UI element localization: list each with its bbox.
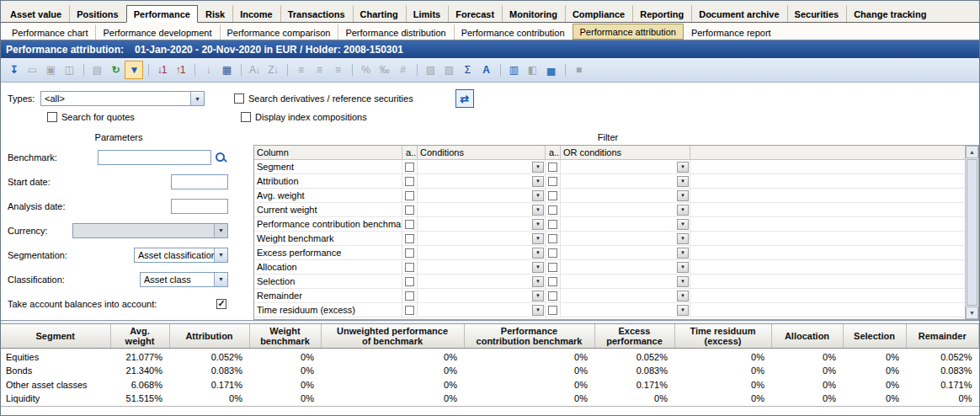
start-date-input[interactable] <box>171 174 228 189</box>
or-conditions-cell[interactable] <box>561 303 690 317</box>
decimal-places-icon[interactable]: # <box>393 61 412 79</box>
display-index-compositions-checkbox[interactable]: Display index compositions <box>241 112 367 122</box>
chevron-down-icon[interactable] <box>677 248 689 259</box>
stop-icon[interactable]: ■ <box>569 61 588 79</box>
checkbox-icon[interactable] <box>241 112 251 122</box>
chevron-down-icon[interactable] <box>532 305 544 316</box>
column-header[interactable]: Excess performance <box>594 324 674 349</box>
subtab-performance-contribution[interactable]: Performance contribution <box>454 24 573 40</box>
conditions-cell[interactable] <box>418 189 546 202</box>
chevron-down-icon[interactable] <box>677 233 689 244</box>
filter-settings-icon[interactable]: ▼ <box>125 61 143 79</box>
zoom-area-icon[interactable]: ▣ <box>41 61 60 79</box>
tab-document-archive[interactable]: Document archive <box>691 5 786 22</box>
tab-forecast[interactable]: Forecast <box>448 5 502 22</box>
tab-change-tracking[interactable]: Change tracking <box>846 5 934 22</box>
export-icon[interactable]: ↧ <box>4 61 23 79</box>
and-checkbox[interactable] <box>548 220 557 229</box>
subtotals-icon[interactable]: ▧ <box>421 61 439 79</box>
permille-icon[interactable]: ‰ <box>375 61 393 79</box>
subtab-performance-report[interactable]: Performance report <box>684 24 779 40</box>
conditions-cell[interactable] <box>418 203 546 216</box>
and-checkbox[interactable] <box>405 220 414 229</box>
scroll-up-icon[interactable] <box>966 146 978 158</box>
and-checkbox[interactable] <box>405 191 414 200</box>
chevron-down-icon[interactable] <box>532 205 544 216</box>
column-header[interactable]: Time residuum (excess) <box>674 324 771 349</box>
checkbox-icon[interactable] <box>47 112 57 122</box>
chevron-down-icon[interactable] <box>214 248 227 262</box>
column-header[interactable]: Unweighted performance of benchmark <box>321 324 464 349</box>
and-checkbox[interactable] <box>548 248 557 258</box>
segmentation-select[interactable]: Asset classification <box>134 248 228 263</box>
and-checkbox[interactable] <box>405 177 414 186</box>
and-checkbox[interactable] <box>405 248 414 258</box>
and-checkbox[interactable] <box>548 234 557 243</box>
or-conditions-cell[interactable] <box>561 203 690 216</box>
conditions-cell[interactable] <box>418 246 546 259</box>
align-right-icon[interactable]: ≡ <box>328 61 347 79</box>
and-checkbox[interactable] <box>405 234 414 243</box>
chevron-down-icon[interactable] <box>532 176 544 187</box>
chevron-down-icon[interactable] <box>532 162 544 173</box>
or-conditions-cell[interactable] <box>561 232 690 245</box>
reload-search-button[interactable] <box>455 89 474 108</box>
take-account-checkbox[interactable] <box>216 299 226 309</box>
filter-scrollbar[interactable] <box>965 146 978 319</box>
chevron-down-icon[interactable] <box>214 273 227 286</box>
conditions-cell[interactable] <box>418 174 546 188</box>
sort-ascending-icon[interactable]: A↓ <box>245 61 264 79</box>
table-row[interactable]: Other asset classes 6.068% 0.171% 0% 0% … <box>1 377 979 392</box>
chevron-down-icon[interactable] <box>677 205 689 216</box>
tab-asset-value[interactable]: Asset value <box>3 5 69 22</box>
chevron-down-icon[interactable] <box>677 162 689 173</box>
classification-select[interactable]: Asset class <box>140 272 228 287</box>
scroll-thumb[interactable] <box>967 159 977 306</box>
or-conditions-cell[interactable] <box>561 174 690 188</box>
and-checkbox[interactable] <box>548 163 557 172</box>
or-conditions-cell[interactable] <box>561 160 690 173</box>
and-checkbox[interactable] <box>405 277 414 286</box>
and-checkbox[interactable] <box>548 205 557 215</box>
table-row[interactable]: Liquidity 51.515% 0% 0% 0% 0% 0% 0% 0% 0… <box>1 392 979 406</box>
expand-rows-icon[interactable]: ↓ <box>199 61 217 79</box>
subtab-performance-development[interactable]: Performance development <box>95 24 219 40</box>
table-row[interactable]: Bonds 21.340% 0.083% 0% 0% 0% 0.083% 0% … <box>1 363 979 377</box>
chevron-down-icon[interactable] <box>190 92 204 105</box>
refresh-icon[interactable]: ↻ <box>106 61 125 79</box>
chevron-down-icon[interactable] <box>677 176 689 187</box>
subtab-performance-chart[interactable]: Performance chart <box>4 24 95 40</box>
and-checkbox[interactable] <box>548 291 557 301</box>
tab-performance[interactable]: Performance <box>126 5 198 23</box>
and-checkbox[interactable] <box>405 306 414 315</box>
and-checkbox[interactable] <box>548 191 557 200</box>
tab-monitoring[interactable]: Monitoring <box>502 5 565 22</box>
search-derivatives-checkbox[interactable]: Search derivatives / reference securitie… <box>234 93 413 104</box>
subtab-performance-attribution[interactable]: Performance attribution <box>573 24 684 40</box>
column-header[interactable]: Selection <box>843 324 906 349</box>
column-header[interactable]: Allocation <box>771 324 843 349</box>
chevron-down-icon[interactable] <box>677 276 689 287</box>
tab-positions[interactable]: Positions <box>69 5 126 22</box>
align-left-icon[interactable]: ≡ <box>291 61 310 79</box>
column-header[interactable]: Remainder <box>906 324 979 349</box>
conditions-cell[interactable] <box>418 260 546 274</box>
column-header[interactable]: Weight benchmark <box>249 324 321 349</box>
or-conditions-cell[interactable] <box>561 260 690 274</box>
sort-descending-icon[interactable]: Z↓ <box>264 61 282 79</box>
chevron-down-icon[interactable] <box>532 291 544 301</box>
outline-icon[interactable]: ▨ <box>439 61 458 79</box>
subtab-performance-comparison[interactable]: Performance comparison <box>220 24 338 40</box>
or-conditions-cell[interactable] <box>561 275 690 288</box>
font-icon[interactable]: A <box>477 61 495 79</box>
search-icon[interactable] <box>213 150 228 165</box>
column-header[interactable]: Segment <box>1 324 110 349</box>
and-checkbox[interactable] <box>548 177 557 186</box>
or-conditions-cell[interactable] <box>561 289 690 302</box>
conditions-cell[interactable] <box>418 289 546 302</box>
table-row[interactable]: Equities 21.077% 0.052% 0% 0% 0% 0.052% … <box>1 349 979 364</box>
chevron-down-icon[interactable] <box>532 262 544 273</box>
and-checkbox[interactable] <box>405 291 414 301</box>
or-conditions-cell[interactable] <box>561 217 690 231</box>
and-checkbox[interactable] <box>405 163 414 172</box>
